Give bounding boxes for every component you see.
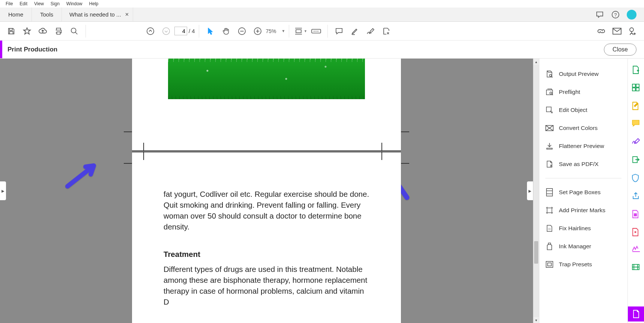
comment-rail-icon[interactable] xyxy=(632,119,641,128)
save-icon[interactable] xyxy=(4,24,19,39)
tab-home[interactable]: Home xyxy=(0,8,32,21)
edit-pdf-rail-icon[interactable] xyxy=(632,101,641,110)
edit-object-button[interactable]: Edit Object xyxy=(539,102,627,118)
output-preview-label: Output Preview xyxy=(559,71,599,77)
vertical-scrollbar[interactable]: ▴ ▾ xyxy=(533,59,539,323)
combine-rail-icon[interactable] xyxy=(632,83,641,92)
export-rail-icon[interactable] xyxy=(632,155,641,165)
print-production-bar: Print Production Close xyxy=(0,41,644,59)
preflight-button[interactable]: Preflight xyxy=(539,84,627,100)
cloud-upload-icon[interactable] xyxy=(35,24,50,39)
share-rail-icon[interactable] xyxy=(632,192,641,201)
document-viewport[interactable]: ▶ ➤ fat yogurt, Codliver oil etc xyxy=(0,59,533,323)
create-pdf-rail-icon[interactable] xyxy=(632,65,641,74)
main-toolbar: / 4 75% ▼ ▼ xyxy=(0,22,644,41)
ink-manager-icon xyxy=(545,242,554,251)
output-preview-button[interactable]: Output Preview xyxy=(539,66,627,82)
convert-colors-icon xyxy=(545,124,554,132)
crop-mark xyxy=(143,152,152,160)
scroll-down-icon[interactable]: ▾ xyxy=(534,317,539,323)
close-tab-icon[interactable]: ✕ xyxy=(125,12,129,17)
close-button[interactable]: Close xyxy=(604,44,636,56)
print-icon[interactable] xyxy=(51,24,66,39)
panel-divider xyxy=(545,178,621,178)
menu-sign[interactable]: Sign xyxy=(47,0,63,7)
svg-rect-20 xyxy=(636,84,639,87)
share-icon[interactable] xyxy=(625,24,640,39)
notifications-icon[interactable] xyxy=(595,10,604,19)
accent-bar xyxy=(0,41,2,58)
search-icon[interactable] xyxy=(67,24,82,39)
work-area: ▶ ➤ fat yogurt, Codliver oil etc xyxy=(0,59,644,323)
zoom-in-icon[interactable] xyxy=(250,24,265,39)
print-production-rail-icon[interactable] xyxy=(628,306,644,321)
save-pdfx-button[interactable]: Save as PDF/X xyxy=(539,156,627,172)
add-printer-marks-label: Add Printer Marks xyxy=(559,207,605,214)
page-number-total: 4 xyxy=(192,28,195,34)
crop-mark xyxy=(124,131,132,140)
fill-sign-rail-icon[interactable] xyxy=(632,137,641,146)
page-up-icon[interactable] xyxy=(143,24,158,39)
zoom-out-icon[interactable] xyxy=(234,24,249,39)
page-down-icon[interactable] xyxy=(159,24,174,39)
tab-document[interactable]: What is needed to ... ✕ xyxy=(62,8,133,21)
body-paragraph: fat yogurt, Codliver oil etc. Regular ex… xyxy=(164,189,369,232)
edit-page-icon[interactable] xyxy=(379,24,394,39)
page-number-input[interactable] xyxy=(174,27,187,35)
crop-mark xyxy=(401,131,409,140)
scroll-up-icon[interactable]: ▴ xyxy=(534,59,539,65)
select-tool-icon[interactable] xyxy=(203,24,218,39)
sign-icon[interactable] xyxy=(363,24,378,39)
set-page-boxes-button[interactable]: Set Page Boxes xyxy=(539,184,627,200)
highlight-icon[interactable] xyxy=(347,24,362,39)
link-icon[interactable] xyxy=(594,24,609,39)
scrollbar-thumb[interactable] xyxy=(534,241,538,264)
crop-mark xyxy=(381,152,390,160)
menu-bar: File Edit View Sign Window Help xyxy=(0,0,644,8)
add-printer-marks-button[interactable]: Add Printer Marks xyxy=(539,202,627,218)
tab-tools-label: Tools xyxy=(40,11,53,18)
avatar[interactable] xyxy=(627,10,636,20)
add-printer-marks-icon xyxy=(545,206,554,214)
print-production-title: Print Production xyxy=(8,46,57,53)
compress-rail-icon[interactable] xyxy=(632,228,641,237)
convert-colors-button[interactable]: Convert Colors xyxy=(539,120,627,136)
comment-icon[interactable] xyxy=(332,24,347,39)
help-icon[interactable]: ? xyxy=(611,10,620,19)
flattener-preview-icon xyxy=(545,142,554,150)
fix-hairlines-label: Fix Hairlines xyxy=(559,225,591,232)
flattener-preview-button[interactable]: Flattener Preview xyxy=(539,138,627,154)
protect-rail-icon[interactable] xyxy=(632,174,641,183)
menu-edit[interactable]: Edit xyxy=(16,0,31,7)
scrollbar-track[interactable] xyxy=(533,65,539,317)
redact-rail-icon[interactable] xyxy=(632,246,641,255)
fix-hairlines-icon xyxy=(545,224,554,232)
menu-view[interactable]: View xyxy=(31,0,47,7)
crop-mark xyxy=(401,163,409,171)
tab-tools[interactable]: Tools xyxy=(32,8,62,21)
fix-hairlines-button[interactable]: Fix Hairlines xyxy=(539,220,627,236)
flattener-preview-label: Flattener Preview xyxy=(559,143,604,149)
star-icon[interactable] xyxy=(20,24,35,39)
right-panel-collapser[interactable]: ▶ xyxy=(527,181,533,200)
fit-width-icon[interactable]: ▼ xyxy=(293,24,308,39)
print-production-panel: Output Preview Preflight Edit Object Con… xyxy=(539,59,627,323)
video-rail-icon[interactable] xyxy=(632,264,641,273)
zoom-value: 75% xyxy=(266,28,276,34)
svg-rect-22 xyxy=(636,88,639,91)
scroll-mode-icon[interactable] xyxy=(309,24,324,39)
menu-file[interactable]: File xyxy=(2,0,16,7)
save-pdfx-label: Save as PDF/X xyxy=(559,161,599,168)
hand-tool-icon[interactable] xyxy=(219,24,234,39)
email-icon[interactable] xyxy=(609,24,624,39)
heading-treatment: Treatment xyxy=(164,249,369,260)
trap-presets-button[interactable]: Trap Presets xyxy=(539,257,627,272)
organize-rail-icon[interactable] xyxy=(632,210,641,219)
zoom-level[interactable]: 75% ▼ xyxy=(266,28,285,34)
output-preview-icon xyxy=(545,70,554,78)
menu-window[interactable]: Window xyxy=(63,0,86,7)
ink-manager-button[interactable]: Ink Manager xyxy=(539,238,627,254)
preflight-icon xyxy=(545,88,554,96)
menu-help[interactable]: Help xyxy=(86,0,102,7)
left-panel-expander[interactable]: ▶ xyxy=(0,181,6,200)
